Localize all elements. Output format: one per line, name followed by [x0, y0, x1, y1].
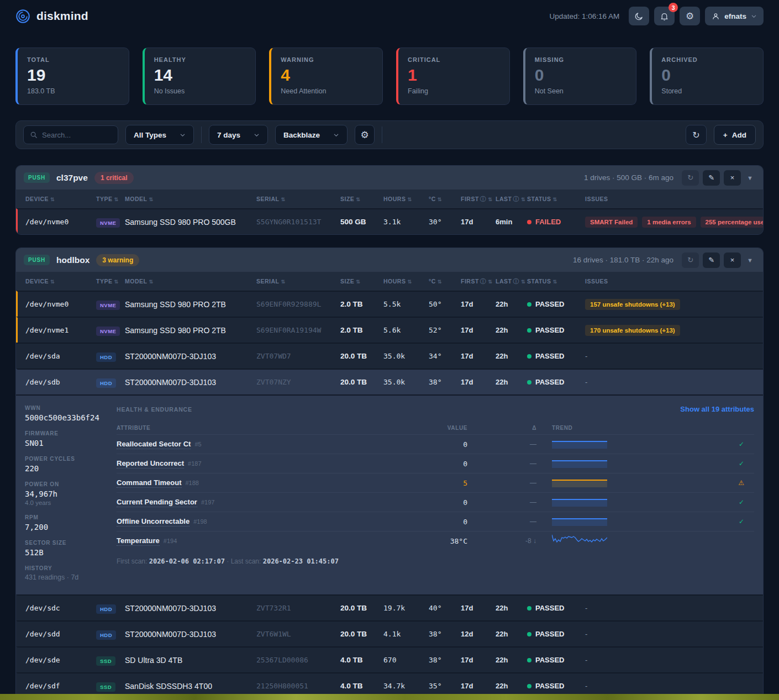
add-button[interactable]: + Add [714, 125, 756, 145]
check-icon: ✓ [739, 498, 754, 506]
drive-row-sdd[interactable]: /dev/sdd HDD ST20000NM007D-3DJ103 ZVT6W1… [16, 620, 763, 646]
column-header-model[interactable]: MODEL⇅ [125, 196, 256, 202]
drive-row-sdc[interactable]: /dev/sdc HDD ST20000NM007D-3DJ103 ZVT732… [16, 594, 763, 620]
column-header-model[interactable]: MODEL⇅ [125, 278, 256, 285]
drive-serial: ZVT07NZY [256, 378, 340, 386]
column-header-last[interactable]: LASTⓘ⇅ [496, 277, 527, 286]
drive-type-badge: HDD [96, 630, 116, 640]
column-header-type[interactable]: TYPE⇅ [96, 196, 125, 202]
column-header-device[interactable]: DEVICE⇅ [25, 196, 96, 202]
drive-serial: ZVT732R1 [256, 604, 340, 612]
drive-row-sde[interactable]: /dev/sde SSD SD Ultra 3D 4TB 25367LD0008… [16, 646, 763, 672]
drive-row-nvme0[interactable]: /dev/nvme0 NVME Samsung SSD 980 PRO 500G… [16, 208, 763, 234]
column-header-device[interactable]: DEVICE⇅ [25, 278, 96, 285]
info-icon: ⓘ [513, 196, 519, 202]
drive-row-nvme0[interactable]: /dev/nvme0 NVME Samsung SSD 980 PRO 2TB … [16, 291, 763, 317]
drive-model: ST20000NM007D-3DJ103 [125, 630, 256, 639]
section-title: HEALTH & ENDURANCE [117, 406, 192, 413]
issue-badge: 255 percentage used [701, 217, 764, 228]
pencil-icon: ✎ [708, 173, 714, 182]
column-header-hours[interactable]: HOURS⇅ [383, 196, 429, 202]
dark-mode-button[interactable] [629, 7, 649, 25]
time-range-select[interactable]: 7 days [209, 125, 268, 145]
drive-hours: 3.1k [383, 218, 429, 226]
attribute-name[interactable]: Reported Uncorrect [117, 459, 184, 469]
column-header-attribute: ATTRIBUTE [117, 425, 437, 431]
drive-row-sda[interactable]: /dev/sda HDD ST20000NM007D-3DJ103 ZVT07W… [16, 343, 763, 369]
drive-last-seen: 22h [496, 604, 527, 612]
attribute-id: #187 [188, 460, 201, 467]
sort-icon: ⇅ [488, 279, 492, 285]
collapse-chevron-icon[interactable]: ▼ [745, 257, 755, 264]
sort-icon: ⇅ [488, 197, 492, 202]
drive-serial: ZVT6W1WL [256, 630, 340, 638]
attribute-name[interactable]: Current Pending Sector [117, 498, 197, 507]
column-header-size[interactable]: SIZE⇅ [340, 196, 383, 202]
column-header-serial[interactable]: SERIAL⇅ [256, 278, 340, 285]
sort-icon: ⇅ [50, 197, 55, 202]
search-box[interactable] [23, 125, 118, 144]
drive-model: ST20000NM007D-3DJ103 [125, 378, 256, 387]
drive-serial: 21250H800051 [256, 682, 340, 690]
type-filter-select[interactable]: All Types [125, 125, 194, 145]
host-refresh-button[interactable]: ↻ [682, 252, 699, 268]
check-icon: ✓ [739, 460, 754, 467]
drive-table-header: DEVICE⇅ TYPE⇅ MODEL⇅ SERIAL⇅ SIZE⇅ HOURS… [16, 190, 763, 208]
host-edit-button[interactable]: ✎ [703, 170, 720, 186]
stat-label: TOTAL [27, 56, 119, 63]
settings-button[interactable]: ⚙ [680, 7, 700, 25]
attribute-name[interactable]: Offline Uncorrectable [117, 517, 190, 527]
host-name: cl37pve [56, 173, 88, 183]
issue-badge: 170 unsafe shutdowns (+13) [585, 325, 680, 336]
host-remove-button[interactable]: × [724, 170, 741, 186]
drive-device: /dev/sdb [25, 378, 96, 386]
status-dot-icon [527, 328, 531, 333]
drive-row-nvme1[interactable]: /dev/nvme1 NVME Samsung SSD 980 PRO 2TB … [16, 317, 763, 343]
divider [201, 127, 202, 143]
stat-card-missing: MISSING 0 Not Seen [523, 48, 637, 105]
attribute-delta: -8 ↓ [467, 537, 536, 545]
provider-select[interactable]: Backblaze [275, 125, 348, 145]
refresh-icon: ↻ [687, 256, 693, 264]
column-header-temp[interactable]: °C⇅ [429, 196, 461, 202]
close-icon: × [730, 173, 735, 182]
drive-size: 2.0 TB [340, 326, 383, 334]
column-header-first[interactable]: FIRSTⓘ⇅ [461, 277, 496, 286]
info-label: POWER ON [25, 481, 117, 487]
attribute-delta: — [467, 518, 536, 525]
column-header-size[interactable]: SIZE⇅ [340, 278, 383, 285]
host-remove-button[interactable]: × [724, 252, 741, 268]
filter-settings-button[interactable]: ⚙ [355, 125, 375, 145]
info-icon: ⓘ [480, 278, 487, 285]
column-header-hours[interactable]: HOURS⇅ [383, 278, 429, 285]
drive-last-seen: 22h [496, 352, 527, 360]
column-header-temp[interactable]: °C⇅ [429, 278, 461, 285]
collapse-chevron-icon[interactable]: ▼ [745, 175, 755, 181]
column-header-first[interactable]: FIRSTⓘ⇅ [461, 195, 496, 203]
drive-size: 4.0 TB [340, 656, 383, 664]
column-header-last[interactable]: LASTⓘ⇅ [496, 195, 527, 203]
host-refresh-button[interactable]: ↻ [682, 170, 699, 186]
attribute-name[interactable]: Temperature [117, 536, 160, 546]
show-all-attributes-link[interactable]: Show all 19 attributes [680, 405, 754, 413]
column-header-type[interactable]: TYPE⇅ [96, 278, 125, 285]
check-icon: ✓ [739, 518, 754, 525]
drive-last-seen: 22h [496, 326, 527, 334]
drive-issues: - [585, 378, 763, 386]
column-header-serial[interactable]: SERIAL⇅ [256, 196, 340, 202]
column-header-status[interactable]: STATUS⇅ [527, 196, 585, 202]
search-input[interactable] [42, 131, 107, 139]
column-header-trend: TREND [536, 425, 625, 431]
drive-row-sdb[interactable]: /dev/sdb HDD ST20000NM007D-3DJ103 ZVT07N… [16, 369, 763, 394]
stat-sub: Failing [408, 87, 500, 95]
notifications-button[interactable]: 3 [654, 7, 675, 25]
column-header-status[interactable]: STATUS⇅ [527, 278, 585, 285]
attribute-name[interactable]: Command Timeout [117, 478, 182, 488]
host-edit-button[interactable]: ✎ [703, 252, 720, 268]
refresh-button[interactable]: ↻ [686, 125, 707, 145]
info-label: RPM [25, 514, 117, 520]
attribute-id: #197 [201, 499, 214, 506]
drive-temp: 50° [429, 300, 461, 308]
user-menu-button[interactable]: efnats [705, 7, 764, 25]
attribute-name[interactable]: Reallocated Sector Ct [117, 440, 191, 449]
